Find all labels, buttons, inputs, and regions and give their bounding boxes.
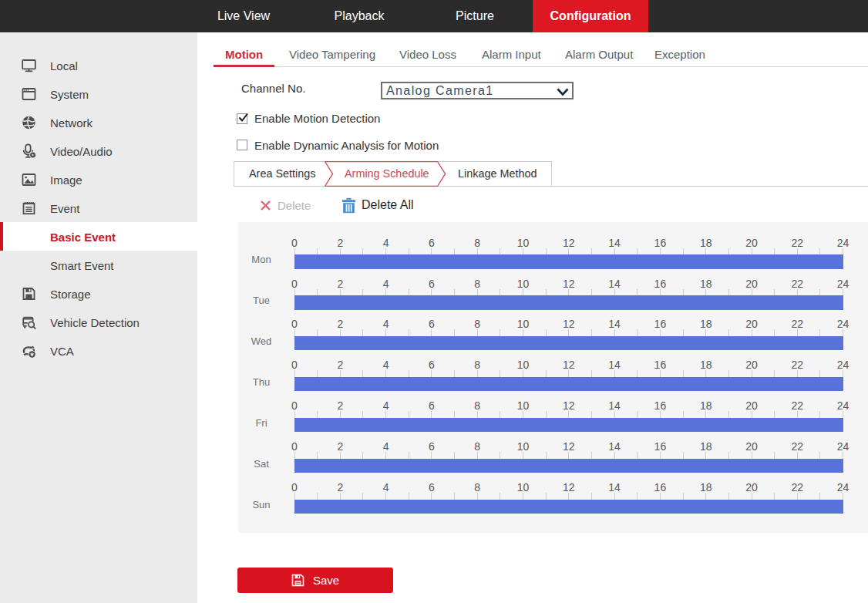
svg-text:Linkage Method: Linkage Method bbox=[458, 167, 537, 180]
svg-text:Arming Schedule: Arming Schedule bbox=[345, 167, 429, 180]
svg-text:Area Settings: Area Settings bbox=[249, 167, 315, 180]
